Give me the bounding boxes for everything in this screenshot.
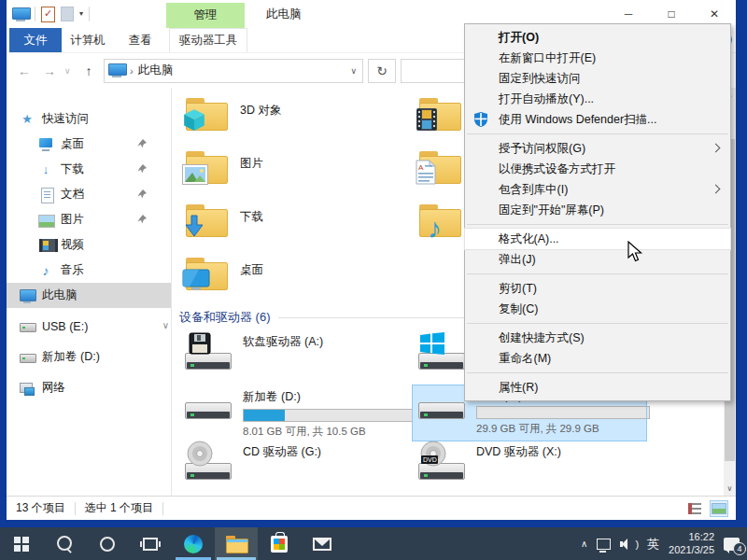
menu-item-rename[interactable]: 重命名(M) — [465, 348, 730, 369]
download-arrow-icon — [182, 214, 206, 241]
menu-item-open-portable-device[interactable]: 以便携式设备方式打开 — [465, 159, 730, 179]
new-folder-icon[interactable] — [61, 7, 74, 21]
recent-locations-dropdown-icon[interactable]: ∨ — [64, 66, 74, 76]
expander-chevron-icon[interactable]: ∨ — [162, 320, 169, 330]
refresh-button[interactable]: ↻ — [368, 59, 396, 83]
sidebar-item-documents[interactable]: 文档 — [7, 182, 171, 207]
taskbar-store-button[interactable] — [258, 527, 301, 560]
drive-tile-dvd-x[interactable]: DVD DVD 驱动器 (X:) — [413, 441, 646, 496]
volume-icon[interactable] — [620, 539, 633, 550]
thumbnails-view-button[interactable] — [710, 500, 728, 517]
sidebar-item-pictures[interactable]: 图片 — [7, 207, 171, 232]
tab-file[interactable]: 文件 — [9, 28, 62, 52]
menu-item-defender-scan[interactable]: 使用 Windows Defender扫描... — [465, 109, 730, 130]
desktop-icon — [38, 137, 53, 152]
menu-item-pin-quick-access[interactable]: 固定到快速访问 — [465, 68, 730, 89]
clock[interactable]: 16:22 2021/3/25 — [669, 531, 714, 557]
action-center-icon[interactable]: 4 — [724, 538, 740, 551]
sidebar-item-this-pc[interactable]: 此电脑 — [7, 283, 171, 308]
pin-icon — [137, 214, 147, 227]
menu-item-copy[interactable]: 复制(C) — [465, 299, 730, 319]
drive-tile-cd-g[interactable]: CD 驱动器 (G:) — [179, 441, 413, 496]
svg-text:DVD: DVD — [423, 456, 437, 463]
folder-tile-desktop[interactable]: 桌面 — [179, 251, 413, 304]
menu-item-include-in-library[interactable]: 包含到库中(I) — [465, 179, 730, 200]
sidebar-item-network[interactable]: 网络 — [7, 375, 171, 400]
menu-item-label: 固定到快速访问 — [499, 71, 581, 87]
sidebar-item-desktop[interactable]: 桌面 — [7, 132, 171, 157]
sidebar-item-usb-e[interactable]: USB (E:) ∨ — [7, 314, 171, 339]
sidebar-item-music[interactable]: ♪ 音乐 — [7, 258, 171, 283]
menu-item-create-shortcut[interactable]: 创建快捷方式(S) — [465, 328, 730, 348]
sidebar-item-label: 下载 — [61, 161, 84, 177]
folder-icon — [185, 95, 229, 133]
menu-item-open-new-window[interactable]: 在新窗口中打开(E) — [465, 48, 730, 68]
menu-item-give-access[interactable]: 授予访问权限(G) — [465, 138, 730, 159]
folder-tile-pictures[interactable]: 图片 — [179, 145, 413, 198]
menu-item-format[interactable]: 格式化(A)... — [465, 229, 730, 249]
pictures-icon — [38, 213, 53, 228]
sidebar-item-videos[interactable]: 视频 — [7, 232, 171, 258]
notification-badge: 4 — [733, 542, 746, 555]
scroll-down-icon[interactable]: ∨ — [724, 482, 736, 496]
film-icon — [416, 107, 438, 134]
volume-waves-icon: ) — [635, 539, 638, 550]
navigation-pane: ★ 快速访问 桌面 ↓ 下载 文档 图片 — [7, 88, 172, 496]
forward-icon[interactable]: → — [39, 63, 60, 78]
tray-chevron-icon[interactable]: ∧ — [581, 539, 587, 549]
pin-icon — [137, 189, 147, 202]
menu-item-open[interactable]: 打开(O) — [465, 27, 730, 48]
sidebar-item-quick-access[interactable]: ★ 快速访问 — [7, 106, 171, 132]
input-language-indicator[interactable]: 英 — [647, 536, 659, 553]
customize-qat-dropdown-icon[interactable]: ▾ — [79, 10, 83, 18]
sidebar-item-downloads[interactable]: ↓ 下载 — [7, 157, 171, 182]
tab-view[interactable]: 查看 — [114, 28, 166, 52]
folder-icon: ♪ — [418, 202, 462, 239]
menu-item-properties[interactable]: 属性(R) — [465, 377, 730, 398]
menu-item-label: 固定到"开始"屏幕(P) — [499, 203, 604, 218]
tab-computer[interactable]: 计算机 — [62, 28, 114, 52]
menu-item-label: 剪切(T) — [499, 281, 537, 297]
back-icon[interactable]: ← — [14, 63, 35, 78]
menu-item-cut[interactable]: 剪切(T) — [465, 278, 730, 299]
usb-drive-icon — [418, 389, 465, 427]
folder-tile-3d-objects[interactable]: 3D 对象 — [179, 91, 413, 145]
mouse-cursor — [627, 241, 643, 266]
monitor-icon — [182, 269, 210, 294]
folder-icon: A — [418, 148, 462, 186]
cd-drive-icon — [185, 444, 232, 482]
cortana-button[interactable] — [86, 527, 129, 560]
drive-tile-floppy-a[interactable]: 软盘驱动器 (A:) — [179, 330, 413, 385]
menu-item-pin-to-start[interactable]: 固定到"开始"屏幕(P) — [465, 200, 730, 220]
menu-item-autoplay[interactable]: 打开自动播放(Y)... — [465, 89, 730, 109]
start-button[interactable] — [0, 527, 43, 560]
task-view-button[interactable] — [129, 527, 172, 560]
address-dropdown-icon[interactable]: ∨ — [350, 66, 359, 76]
network-tray-icon[interactable] — [597, 539, 611, 550]
breadcrumb[interactable]: 此电脑 — [138, 63, 174, 78]
up-icon[interactable]: ↑ — [78, 63, 99, 78]
manage-contextual-tab[interactable]: 管理 — [166, 3, 245, 28]
cortana-icon — [100, 537, 115, 552]
menu-item-label: 重命名(M) — [499, 351, 551, 367]
taskbar-mail-button[interactable] — [301, 527, 344, 560]
properties-icon[interactable] — [41, 7, 55, 22]
taskbar-edge-button[interactable] — [172, 527, 215, 560]
document-icon — [40, 188, 55, 203]
drive-tile-new-volume-d[interactable]: 新加卷 (D:) 8.01 GB 可用, 共 10.5 GB — [179, 385, 413, 441]
sidebar-item-label: 此电脑 — [42, 287, 78, 303]
address-bar[interactable]: › 此电脑 ∨ — [104, 59, 363, 83]
music-icon: ♪ — [38, 263, 53, 278]
capacity-bar — [476, 406, 650, 419]
menu-item-label: 以便携式设备方式打开 — [499, 161, 615, 177]
menu-item-label: 复制(C) — [499, 301, 538, 317]
folder-icon — [418, 95, 462, 133]
taskbar-search-button[interactable] — [43, 527, 86, 560]
details-view-button[interactable] — [685, 500, 704, 517]
tab-drive-tools[interactable]: 驱动器工具 — [169, 28, 247, 52]
sidebar-item-new-volume-d[interactable]: 新加卷 (D:) — [7, 344, 171, 370]
taskbar-explorer-button[interactable] — [215, 527, 258, 560]
folder-icon — [185, 148, 229, 186]
menu-item-eject[interactable]: 弹出(J) — [465, 249, 730, 270]
folder-tile-downloads[interactable]: 下载 — [179, 198, 413, 251]
